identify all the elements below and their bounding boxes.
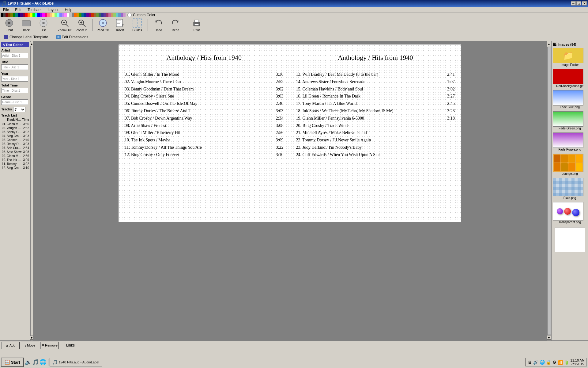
edit-dimensions-button[interactable]: ⊞ Edit Dimensions — [54, 34, 91, 40]
genre-input[interactable] — [1, 99, 28, 105]
fade-green-item[interactable]: Fade Green.png — [553, 111, 587, 130]
color-orchid[interactable] — [123, 13, 126, 17]
color-brown[interactable] — [8, 13, 10, 17]
color-indigo[interactable] — [86, 13, 89, 17]
color-gold[interactable] — [77, 13, 79, 17]
color-black[interactable] — [1, 13, 3, 17]
ql-icon-3[interactable]: 🌐 — [40, 359, 46, 366]
title-input[interactable] — [1, 64, 28, 70]
color-darkorange[interactable] — [74, 13, 77, 17]
color-periwinkle[interactable] — [101, 13, 104, 17]
back-button[interactable]: Back — [18, 18, 34, 33]
color-moss[interactable] — [96, 13, 99, 17]
tray-icon-3[interactable]: 🌐 — [540, 360, 545, 365]
move-button[interactable]: ↕ Move — [21, 342, 39, 349]
track-list-row[interactable]: 05. Connee Bos 2:40 — [1, 138, 29, 142]
color-darkred[interactable] — [6, 13, 8, 17]
track-list-row[interactable]: 10. The Ink Spo 3:09 — [1, 158, 29, 162]
menu-file[interactable]: File — [1, 7, 11, 13]
color-slate[interactable] — [99, 13, 101, 17]
color-royalblue[interactable] — [84, 13, 86, 17]
start-button[interactable]: 🪟 Start — [1, 358, 24, 367]
fade-blue-item[interactable]: Fade Blue.png — [553, 90, 587, 109]
color-lightgreen[interactable] — [55, 13, 57, 17]
color-cornflower[interactable] — [118, 13, 121, 17]
lounge-item[interactable]: Lounge.png — [553, 154, 587, 175]
color-darkgray[interactable] — [3, 13, 6, 17]
color-purple[interactable] — [20, 13, 23, 17]
menu-edit[interactable]: Edit — [13, 7, 23, 13]
print-button[interactable]: Print — [189, 18, 205, 33]
fade-purple-item[interactable]: Fade Purple.png — [553, 132, 587, 151]
color-peach[interactable] — [50, 13, 52, 17]
change-label-button[interactable]: Change Label Template — [1, 34, 51, 40]
ql-icon-1[interactable]: 🔈 — [25, 359, 32, 366]
color-lightmagenta[interactable] — [64, 13, 67, 17]
color-olive[interactable] — [10, 13, 13, 17]
minimize-button[interactable]: ─ — [571, 1, 576, 6]
color-white[interactable] — [67, 13, 69, 17]
custom-color-button[interactable]: Custom Color — [126, 12, 157, 18]
artist-input[interactable] — [1, 53, 28, 58]
color-lightpink[interactable] — [47, 13, 50, 17]
redo-button[interactable]: Redo — [168, 18, 183, 33]
track-list-row[interactable]: 03. Benny Good 3:02 — [1, 130, 29, 134]
guides-button[interactable]: Guides — [129, 18, 145, 33]
disc-button[interactable]: Disc — [36, 18, 51, 33]
image-folder-item[interactable]: 📁 Image Folder — [553, 48, 587, 67]
insert-button[interactable]: Insert — [112, 18, 128, 33]
total-time-input[interactable] — [1, 88, 28, 93]
color-steel[interactable] — [81, 13, 84, 17]
tray-icon-4[interactable]: 🔒 — [546, 360, 551, 365]
remove-button[interactable]: ✕ Remove — [40, 342, 59, 349]
color-blue[interactable] — [37, 13, 40, 17]
transparent-item[interactable]: Transparent.png — [553, 202, 587, 224]
color-orange[interactable] — [28, 13, 30, 17]
track-list-row[interactable]: 11. Tommy Dors 3:22 — [1, 162, 29, 166]
color-lightcyan[interactable] — [57, 13, 59, 17]
tray-icon-1[interactable]: 🖥 — [528, 360, 532, 365]
color-cyan[interactable] — [35, 13, 37, 17]
color-amethyst[interactable] — [121, 13, 123, 17]
color-brick[interactable] — [91, 13, 94, 17]
color-teal[interactable] — [15, 13, 18, 17]
color-sand[interactable] — [111, 13, 113, 17]
menu-layout[interactable]: Layout — [46, 7, 60, 13]
track-list-row[interactable]: 07. Bob Crosby 2:34 — [1, 146, 29, 150]
color-lavender[interactable] — [62, 13, 64, 17]
color-rose[interactable] — [106, 13, 108, 17]
track-list-row[interactable]: 08. Artie Shaw 3:08 — [1, 150, 29, 154]
menu-help[interactable]: Help — [63, 7, 74, 13]
ql-icon-2[interactable]: 🎵 — [32, 359, 39, 366]
canvas-scroll-up[interactable]: ▲ — [547, 42, 551, 46]
color-mauve[interactable] — [108, 13, 111, 17]
color-navy[interactable] — [18, 13, 20, 17]
color-violet[interactable] — [40, 13, 42, 17]
color-darkgreen[interactable] — [79, 13, 81, 17]
tray-icon-7[interactable]: 🔋 — [564, 360, 569, 365]
close-button[interactable]: ✕ — [582, 1, 587, 6]
front-button[interactable]: Front — [1, 18, 17, 33]
track-list-row[interactable]: 01. Glenn Miller 3:36 — [1, 122, 29, 126]
year-input[interactable] — [1, 76, 28, 82]
color-lightyellow[interactable] — [52, 13, 55, 17]
tracks-select[interactable]: 7 — [13, 107, 25, 112]
color-gray[interactable] — [72, 13, 74, 17]
tray-icon-5[interactable]: ⚙ — [552, 360, 556, 365]
zoom-in-button[interactable]: Zoom In — [74, 18, 90, 33]
color-maroon[interactable] — [23, 13, 25, 17]
color-sage[interactable] — [113, 13, 116, 17]
undo-button[interactable]: Undo — [150, 18, 166, 33]
maximize-button[interactable]: □ — [576, 1, 581, 6]
color-grape[interactable] — [104, 13, 106, 17]
tray-icon-6[interactable]: 📶 — [558, 360, 563, 365]
menu-toolbars[interactable]: Toolbars — [26, 7, 43, 13]
color-lime[interactable] — [32, 13, 35, 17]
color-green[interactable] — [13, 13, 15, 17]
read-cd-button[interactable]: Read CD — [95, 18, 111, 33]
track-list-row[interactable]: 09. Glenn Miller 2:56 — [1, 154, 29, 158]
add-button[interactable]: ▲ Add — [1, 342, 20, 349]
tray-icon-2[interactable]: 🔊 — [533, 360, 538, 365]
color-magenta[interactable] — [42, 13, 45, 17]
color-seafoam[interactable] — [116, 13, 118, 17]
